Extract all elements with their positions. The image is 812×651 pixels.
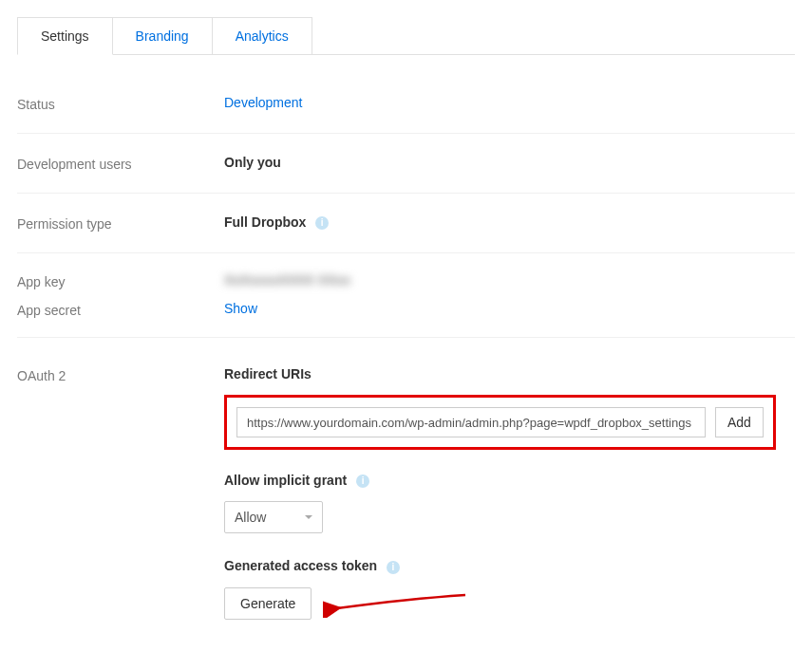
app-key-value: XxXxxxxXXXX XXxx	[224, 272, 350, 288]
add-button[interactable]: Add	[715, 407, 764, 437]
info-icon[interactable]: i	[315, 216, 329, 230]
redirect-highlight-box: Add	[224, 395, 776, 450]
chevron-down-icon	[305, 515, 312, 519]
implicit-grant-select[interactable]: Allow	[224, 501, 323, 533]
tabs-bar: Settings Branding Analytics	[17, 0, 795, 55]
oauth-label: OAuth 2	[17, 366, 224, 383]
dev-users-row: Development users Only you	[17, 134, 795, 194]
settings-content: Status Development Development users Onl…	[0, 55, 812, 651]
info-icon[interactable]: i	[387, 561, 400, 574]
redirect-uri-input[interactable]	[236, 407, 706, 437]
status-label: Status	[17, 95, 224, 112]
generate-button[interactable]: Generate	[224, 587, 312, 620]
access-token-title: Generated access token i	[224, 558, 795, 573]
dev-users-label: Development users	[17, 155, 224, 172]
permission-label: Permission type	[17, 214, 224, 232]
app-secret-label: App secret	[17, 301, 224, 318]
implicit-grant-value: Allow	[235, 510, 266, 525]
redirect-uris-title: Redirect URIs	[224, 366, 795, 381]
permission-value: Full Dropbox	[224, 214, 306, 230]
oauth-row: OAuth 2 Redirect URIs Add Allow implicit…	[17, 338, 795, 644]
tab-analytics[interactable]: Analytics	[212, 17, 312, 54]
app-secret-show[interactable]: Show	[224, 301, 257, 316]
app-credentials: App key XxXxxxxXXXX XXxx App secret Show	[17, 253, 795, 338]
arrow-annotation-icon	[323, 589, 475, 618]
implicit-grant-title: Allow implicit grant i	[224, 473, 795, 488]
status-value[interactable]: Development	[224, 95, 303, 110]
permission-row: Permission type Full Dropbox i	[17, 194, 795, 253]
status-row: Status Development	[17, 74, 795, 134]
tab-settings[interactable]: Settings	[17, 17, 113, 55]
dev-users-value: Only you	[224, 155, 281, 170]
info-icon[interactable]: i	[356, 474, 369, 488]
app-key-label: App key	[17, 272, 224, 289]
tab-branding[interactable]: Branding	[112, 17, 213, 54]
